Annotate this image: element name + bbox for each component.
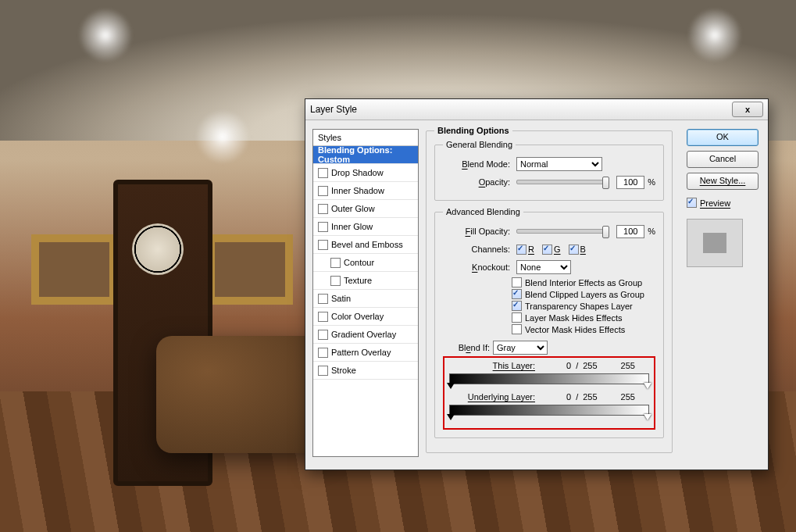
- opt-clipped[interactable]: Blend Clipped Layers as Group: [512, 289, 655, 299]
- fill-opacity-value[interactable]: 100: [616, 225, 644, 238]
- blending-options-panel: Blending Options General Blending Blend …: [426, 126, 673, 459]
- style-item-stroke[interactable]: Stroke: [313, 362, 418, 380]
- advanced-blending-legend: Advanced Blending: [443, 207, 523, 216]
- cancel-button[interactable]: Cancel: [687, 151, 759, 168]
- underlying-layer-gradient[interactable]: [449, 405, 649, 416]
- titlebar[interactable]: Layer Style x: [305, 99, 768, 120]
- blend-if-select[interactable]: Gray: [493, 341, 548, 355]
- underlying-high: 255: [621, 392, 635, 402]
- fill-opacity-label: Fill Opacity:: [443, 227, 513, 236]
- style-item-color-overlay[interactable]: Color Overlay: [313, 308, 418, 326]
- checkbox-icon: [512, 289, 522, 299]
- style-item-inner-glow[interactable]: Inner Glow: [313, 218, 418, 236]
- style-item-label: Blending Options: Custom: [318, 145, 413, 164]
- style-item-drop-shadow[interactable]: Drop Shadow: [313, 164, 418, 182]
- channel-g[interactable]: G: [542, 245, 561, 255]
- channel-r[interactable]: R: [516, 245, 534, 255]
- knockout-label: Knockout:: [443, 262, 513, 272]
- checkbox-icon: [512, 324, 522, 334]
- style-item-blending-options-custom[interactable]: Blending Options: Custom: [313, 146, 418, 164]
- opacity-unit: %: [648, 177, 655, 187]
- style-item-label: Gradient Overlay: [331, 330, 396, 339]
- slider-black-icon[interactable]: [447, 414, 455, 420]
- checkbox-icon: [318, 330, 328, 340]
- blending-options-group: Blending Options General Blending Blend …: [426, 126, 673, 453]
- advanced-blending-group: Advanced Blending Fill Opacity: 100 % Ch…: [434, 207, 664, 438]
- blend-mode-select[interactable]: Normal: [516, 157, 602, 171]
- checkbox-icon: [318, 366, 328, 376]
- new-style-button[interactable]: New Style...: [687, 173, 759, 190]
- opt-transparency-label: Transparency Shapes Layer: [525, 302, 633, 311]
- checkbox-icon: [330, 276, 341, 286]
- slider-black-icon[interactable]: [447, 383, 455, 389]
- slider-white-icon[interactable]: [644, 383, 651, 389]
- blend-if-label: Blend If:: [443, 343, 490, 352]
- opt-vector-mask-label: Vector Mask Hides Effects: [525, 325, 625, 334]
- checkbox-icon: [318, 294, 328, 304]
- blending-options-title: Blending Options: [434, 126, 512, 135]
- style-item-label: Satin: [331, 294, 351, 303]
- channel-b[interactable]: B: [569, 245, 586, 255]
- style-item-pattern-overlay[interactable]: Pattern Overlay: [313, 344, 418, 362]
- style-item-label: Inner Glow: [331, 222, 373, 231]
- checkbox-icon: [516, 245, 527, 255]
- opacity-label: Opacity:: [443, 177, 513, 187]
- slider-white-icon[interactable]: [644, 414, 651, 420]
- this-layer-gradient[interactable]: [449, 373, 649, 384]
- style-item-outer-glow[interactable]: Outer Glow: [313, 200, 418, 218]
- checkbox-icon: [318, 186, 328, 196]
- checkbox-icon: [318, 204, 328, 214]
- dialog-title: Layer Style: [310, 104, 357, 115]
- fill-opacity-slider[interactable]: [516, 229, 609, 234]
- general-blending-legend: General Blending: [443, 140, 516, 149]
- opt-interior[interactable]: Blend Interior Effects as Group: [512, 277, 655, 287]
- dialog-content: Styles Blending Options: CustomDrop Shad…: [305, 120, 768, 470]
- preview-label: Preview: [700, 198, 730, 208]
- style-item-texture[interactable]: Texture: [313, 272, 418, 290]
- style-item-label: Inner Shadow: [331, 186, 384, 195]
- styles-list-header[interactable]: Styles: [313, 130, 418, 146]
- opt-layer-mask-label: Layer Mask Hides Effects: [525, 313, 623, 323]
- styles-list: Styles Blending Options: CustomDrop Shad…: [312, 129, 419, 457]
- opt-layer-mask[interactable]: Layer Mask Hides Effects: [512, 312, 655, 323]
- this-layer-low: 0: [566, 361, 571, 370]
- style-item-contour[interactable]: Contour: [313, 254, 418, 272]
- checkbox-icon: [512, 312, 522, 323]
- style-item-satin[interactable]: Satin: [313, 290, 418, 308]
- style-item-label: Outer Glow: [331, 204, 375, 213]
- ceiling-light: [687, 8, 742, 62]
- opt-vector-mask[interactable]: Vector Mask Hides Effects: [512, 324, 655, 334]
- general-blending-group: General Blending Blend Mode: Normal Opac…: [434, 140, 664, 201]
- style-item-gradient-overlay[interactable]: Gradient Overlay: [313, 326, 418, 344]
- checkbox-icon: [318, 348, 328, 358]
- ok-button[interactable]: OK: [687, 129, 759, 146]
- preview-toggle[interactable]: Preview: [687, 198, 759, 208]
- window-close-button[interactable]: x: [732, 102, 763, 117]
- ceiling-light: [78, 8, 133, 62]
- opacity-slider[interactable]: [516, 180, 609, 184]
- opt-clipped-label: Blend Clipped Layers as Group: [525, 290, 644, 299]
- fill-opacity-unit: %: [648, 227, 655, 236]
- dialog-buttons: OK Cancel New Style... Preview: [687, 129, 759, 267]
- style-item-inner-shadow[interactable]: Inner Shadow: [313, 182, 418, 200]
- checkbox-icon: [569, 245, 579, 255]
- checkbox-icon: [318, 168, 328, 178]
- checkbox-icon: [542, 245, 552, 255]
- knockout-select[interactable]: None: [516, 260, 571, 274]
- opacity-value[interactable]: 100: [616, 176, 644, 189]
- sofa: [156, 336, 328, 453]
- style-item-bevel-and-emboss[interactable]: Bevel and Emboss: [313, 236, 418, 254]
- blend-if-highlight: This Layer: 0 / 255 255 Underlying Layer…: [443, 356, 655, 430]
- close-icon: x: [745, 105, 750, 114]
- style-item-label: Contour: [344, 258, 374, 267]
- this-layer-label: This Layer:: [449, 361, 543, 370]
- ceiling-light: [195, 109, 250, 164]
- opt-interior-label: Blend Interior Effects as Group: [525, 278, 642, 287]
- style-item-label: Texture: [344, 276, 372, 285]
- checkbox-icon: [318, 222, 328, 232]
- sep: /: [576, 361, 578, 370]
- picture-frame: [207, 234, 293, 305]
- style-item-label: Pattern Overlay: [331, 348, 391, 357]
- opt-transparency[interactable]: Transparency Shapes Layer: [512, 301, 655, 311]
- blend-mode-label: Blend Mode:: [443, 159, 513, 169]
